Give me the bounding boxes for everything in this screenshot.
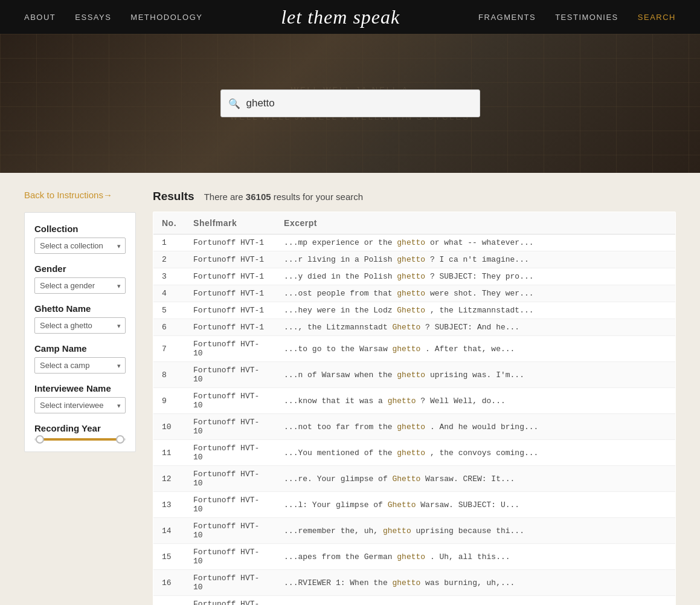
filter-gender-label: Gender <box>34 264 126 274</box>
cell-shelfmark[interactable]: Fortunoff HVT-1 <box>185 251 275 268</box>
cell-excerpt: ...RVIEWER 1: When the ghetto was burnin… <box>275 570 675 596</box>
filter-gender: Gender Select a gender ▾ <box>34 264 126 294</box>
results-summary: There are 36105 results for your search <box>204 192 364 202</box>
table-row[interactable]: 16Fortunoff HVT-10...RVIEWER 1: When the… <box>153 570 676 596</box>
filter-interviewee-label: Interviewee Name <box>34 383 126 393</box>
cell-no: 14 <box>153 518 185 544</box>
table-row[interactable]: 17Fortunoff HVT-10...unded and the Germa… <box>153 596 676 606</box>
cell-excerpt: ...remember the, uh, ghetto uprising bec… <box>275 518 675 544</box>
table-row[interactable]: 4Fortunoff HVT-1...ost people from that … <box>153 285 676 302</box>
cell-shelfmark[interactable]: Fortunoff HVT-10 <box>185 414 275 440</box>
filter-interviewee: Interviewee Name Select interviewee ▾ <box>34 383 126 413</box>
nav-fragments[interactable]: FRAGMENTS <box>478 13 536 22</box>
search-wrapper: 🔍 ghetto <box>220 89 480 117</box>
cell-excerpt: ...r living in a Polish ghetto ? I ca n'… <box>275 251 675 268</box>
year-range-track[interactable] <box>34 438 126 441</box>
site-logo: let them speak <box>281 6 400 28</box>
cell-excerpt: ...unded and the German ghetto at the --… <box>275 596 675 606</box>
nav-about[interactable]: ABOUT <box>24 13 56 22</box>
cell-shelfmark[interactable]: Fortunoff HVT-1 <box>185 285 275 302</box>
table-row[interactable]: 12Fortunoff HVT-10...re. Your glimpse of… <box>153 466 676 492</box>
cell-no: 9 <box>153 388 185 414</box>
filter-camp-label: Camp Name <box>34 343 126 354</box>
table-row[interactable]: 6Fortunoff HVT-1..., the Litzmannstadt G… <box>153 319 676 336</box>
table-row[interactable]: 8Fortunoff HVT-10...n of Warsaw when the… <box>153 362 676 388</box>
filter-camp: Camp Name Select a camp ▾ <box>34 343 126 374</box>
table-row[interactable]: 10Fortunoff HVT-10...not too far from th… <box>153 414 676 440</box>
camp-select[interactable]: Select a camp <box>34 357 126 374</box>
year-range-thumb-left[interactable] <box>36 435 44 444</box>
cell-excerpt: ...apes from the German ghetto . Uh, all… <box>275 544 675 570</box>
cell-shelfmark[interactable]: Fortunoff HVT-10 <box>185 440 275 466</box>
nav-search[interactable]: SEARCH <box>638 13 676 22</box>
cell-shelfmark[interactable]: Fortunoff HVT-10 <box>185 570 275 596</box>
table-row[interactable]: 5Fortunoff HVT-1...hey were in the Lodz … <box>153 302 676 319</box>
cell-no: 7 <box>153 336 185 362</box>
filter-box: Collection Select a collection ▾ Gender … <box>24 212 136 452</box>
table-row[interactable]: 3Fortunoff HVT-1...y died in the Polish … <box>153 268 676 285</box>
results-count-prefix: There are <box>204 192 243 202</box>
cell-shelfmark[interactable]: Fortunoff HVT-10 <box>185 362 275 388</box>
cell-shelfmark[interactable]: Fortunoff HVT-1 <box>185 235 275 251</box>
year-range-thumb-right[interactable] <box>116 435 124 444</box>
nav-methodology[interactable]: METHODOLOGY <box>130 13 202 22</box>
table-row[interactable]: 11Fortunoff HVT-10...You mentioned of th… <box>153 440 676 466</box>
table-row[interactable]: 2Fortunoff HVT-1...r living in a Polish … <box>153 251 676 268</box>
col-excerpt: Excerpt <box>275 212 675 235</box>
cell-no: 6 <box>153 319 185 336</box>
cell-shelfmark[interactable]: Fortunoff HVT-1 <box>185 302 275 319</box>
cell-shelfmark[interactable]: Fortunoff HVT-10 <box>185 336 275 362</box>
interviewee-select[interactable]: Select interviewee <box>34 397 126 413</box>
gender-select[interactable]: Select a gender <box>34 277 126 294</box>
cell-no: 5 <box>153 302 185 319</box>
search-input[interactable]: ghetto <box>220 89 480 117</box>
cell-excerpt: ...n of Warsaw when the ghetto uprising … <box>275 362 675 388</box>
cell-no: 8 <box>153 362 185 388</box>
cell-excerpt: ...l: Your glimpse of Ghetto Warsaw. SUB… <box>275 492 675 518</box>
cell-shelfmark[interactable]: Fortunoff HVT-10 <box>185 492 275 518</box>
results-table: No. Shelfmark Excerpt 1Fortunoff HVT-1..… <box>153 212 676 605</box>
results-count: 36105 <box>246 192 271 202</box>
ghetto-select[interactable]: Select a ghetto <box>34 317 126 334</box>
cell-no: 13 <box>153 492 185 518</box>
back-to-instructions-link[interactable]: Back to Instructions→ <box>24 190 112 200</box>
nav-left: ABOUT ESSAYS METHODOLOGY <box>24 13 202 22</box>
table-row[interactable]: 7Fortunoff HVT-10...to go to the Warsaw … <box>153 336 676 362</box>
table-row[interactable]: 13Fortunoff HVT-10...l: Your glimpse of … <box>153 492 676 518</box>
cell-shelfmark[interactable]: Fortunoff HVT-10 <box>185 466 275 492</box>
filter-recording-year: Recording Year <box>34 423 126 441</box>
table-row[interactable]: 14Fortunoff HVT-10...remember the, uh, g… <box>153 518 676 544</box>
cell-no: 1 <box>153 235 185 251</box>
cell-shelfmark[interactable]: Fortunoff HVT-1 <box>185 319 275 336</box>
cell-shelfmark[interactable]: Fortunoff HVT-10 <box>185 518 275 544</box>
cell-excerpt: ...ost people from that ghetto were shot… <box>275 285 675 302</box>
cell-no: 17 <box>153 596 185 606</box>
table-body: 1Fortunoff HVT-1...mp experience or the … <box>153 235 676 606</box>
year-range-fill <box>37 438 123 441</box>
nav-essays[interactable]: ESSAYS <box>75 13 111 22</box>
cell-shelfmark[interactable]: Fortunoff HVT-10 <box>185 596 275 606</box>
cell-shelfmark[interactable]: Fortunoff HVT-1 <box>185 268 275 285</box>
cell-excerpt: ...mp experience or the ghetto or what -… <box>275 235 675 251</box>
navbar: ABOUT ESSAYS METHODOLOGY let them speak … <box>0 0 700 34</box>
nav-right: FRAGMENTS TESTIMONIES SEARCH <box>478 13 676 22</box>
table-row[interactable]: 1Fortunoff HVT-1...mp experience or the … <box>153 235 676 251</box>
filter-ghetto-label: Ghetto Name <box>34 303 126 314</box>
table-row[interactable]: 9Fortunoff HVT-10...know that it was a g… <box>153 388 676 414</box>
cell-no: 12 <box>153 466 185 492</box>
cell-no: 3 <box>153 268 185 285</box>
collection-select[interactable]: Select a collection <box>34 238 126 254</box>
filter-year-label: Recording Year <box>34 423 126 433</box>
cell-excerpt: ...not too far from the ghetto . And he … <box>275 414 675 440</box>
cell-excerpt: ...to go to the Warsaw ghetto . After th… <box>275 336 675 362</box>
cell-no: 15 <box>153 544 185 570</box>
col-no: No. <box>153 212 185 235</box>
table-row[interactable]: 15Fortunoff HVT-10...apes from the Germa… <box>153 544 676 570</box>
cell-no: 10 <box>153 414 185 440</box>
cell-no: 11 <box>153 440 185 466</box>
cell-shelfmark[interactable]: Fortunoff HVT-10 <box>185 544 275 570</box>
cell-shelfmark[interactable]: Fortunoff HVT-10 <box>185 388 275 414</box>
nav-testimonies[interactable]: TESTIMONIES <box>555 13 618 22</box>
table-header: No. Shelfmark Excerpt <box>153 212 676 235</box>
filter-collection-label: Collection <box>34 224 126 234</box>
